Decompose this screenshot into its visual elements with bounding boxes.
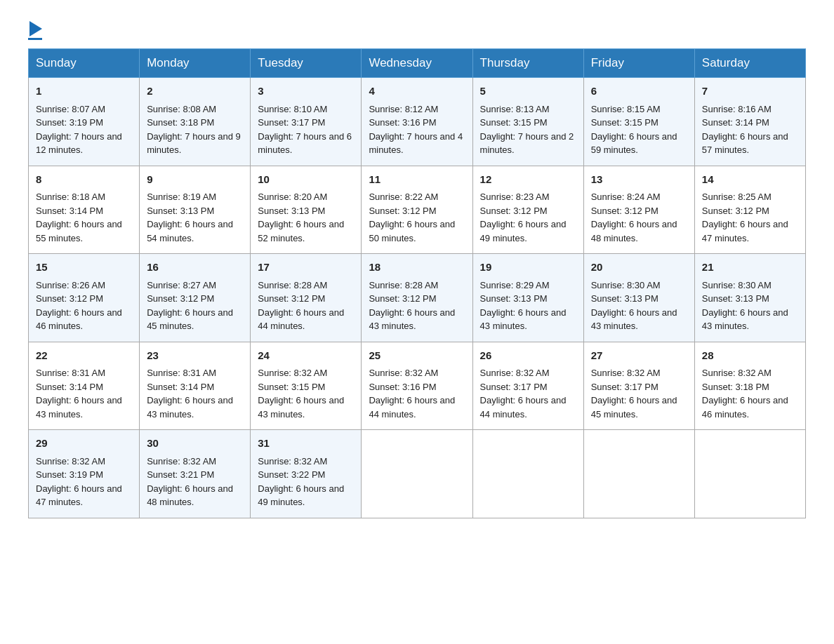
calendar-cell: 28Sunrise: 8:32 AMSunset: 3:18 PMDayligh… <box>694 342 805 430</box>
sunset-text: Sunset: 3:14 PM <box>147 382 214 392</box>
sunset-text: Sunset: 3:12 PM <box>36 293 103 304</box>
sunrise-text: Sunrise: 8:28 AM <box>258 280 327 290</box>
calendar-cell: 18Sunrise: 8:28 AMSunset: 3:12 PMDayligh… <box>362 254 472 342</box>
logo <box>28 21 42 40</box>
sunset-text: Sunset: 3:22 PM <box>258 469 325 480</box>
day-number: 26 <box>480 348 576 364</box>
sunrise-text: Sunrise: 8:13 AM <box>480 104 550 114</box>
day-number: 9 <box>147 172 243 188</box>
sunrise-text: Sunrise: 8:31 AM <box>36 368 105 378</box>
day-number: 13 <box>591 172 687 188</box>
daylight-text: Daylight: 6 hours and 48 minutes. <box>147 483 233 508</box>
calendar-week-row: 1Sunrise: 8:07 AMSunset: 3:19 PMDaylight… <box>29 78 806 166</box>
sunrise-text: Sunrise: 8:16 AM <box>702 104 772 114</box>
logo-triangle-icon <box>29 21 42 36</box>
calendar-cell: 4Sunrise: 8:12 AMSunset: 3:16 PMDaylight… <box>362 78 472 166</box>
daylight-text: Daylight: 6 hours and 43 minutes. <box>258 395 344 420</box>
calendar-cell: 7Sunrise: 8:16 AMSunset: 3:14 PMDaylight… <box>694 78 805 166</box>
day-number: 19 <box>480 260 576 276</box>
day-number: 29 <box>36 436 132 452</box>
sunrise-text: Sunrise: 8:19 AM <box>147 192 216 202</box>
calendar-table: SundayMondayTuesdayWednesdayThursdayFrid… <box>28 48 806 518</box>
sunset-text: Sunset: 3:12 PM <box>369 293 436 304</box>
calendar-week-row: 8Sunrise: 8:18 AMSunset: 3:14 PMDaylight… <box>29 166 806 254</box>
daylight-text: Daylight: 6 hours and 43 minutes. <box>36 395 122 420</box>
daylight-text: Daylight: 7 hours and 12 minutes. <box>36 131 122 156</box>
sunset-text: Sunset: 3:16 PM <box>369 117 436 128</box>
day-number: 30 <box>147 436 243 452</box>
day-number: 8 <box>36 172 132 188</box>
calendar-cell: 22Sunrise: 8:31 AMSunset: 3:14 PMDayligh… <box>29 342 140 430</box>
sunset-text: Sunset: 3:21 PM <box>147 469 214 480</box>
calendar-cell: 14Sunrise: 8:25 AMSunset: 3:12 PMDayligh… <box>694 166 805 254</box>
day-number: 16 <box>147 260 243 276</box>
calendar-cell: 11Sunrise: 8:22 AMSunset: 3:12 PMDayligh… <box>362 166 472 254</box>
day-number: 14 <box>702 172 798 188</box>
sunrise-text: Sunrise: 8:24 AM <box>591 192 661 202</box>
calendar-cell: 19Sunrise: 8:29 AMSunset: 3:13 PMDayligh… <box>472 254 583 342</box>
sunrise-text: Sunrise: 8:30 AM <box>591 280 661 290</box>
daylight-text: Daylight: 6 hours and 45 minutes. <box>147 307 233 332</box>
sunrise-text: Sunrise: 8:32 AM <box>369 368 438 378</box>
day-number: 10 <box>258 172 354 188</box>
calendar-cell: 20Sunrise: 8:30 AMSunset: 3:13 PMDayligh… <box>583 254 694 342</box>
sunrise-text: Sunrise: 8:32 AM <box>258 456 327 467</box>
day-number: 6 <box>591 83 687 100</box>
sunrise-text: Sunrise: 8:12 AM <box>369 104 438 114</box>
sunrise-text: Sunrise: 8:18 AM <box>36 192 105 202</box>
daylight-text: Daylight: 6 hours and 52 minutes. <box>258 219 344 243</box>
day-number: 12 <box>480 172 576 188</box>
day-number: 1 <box>36 83 132 100</box>
sunset-text: Sunset: 3:12 PM <box>591 206 658 216</box>
daylight-text: Daylight: 7 hours and 9 minutes. <box>147 131 241 156</box>
calendar-cell <box>472 430 583 518</box>
sunset-text: Sunset: 3:17 PM <box>591 382 658 392</box>
daylight-text: Daylight: 6 hours and 43 minutes. <box>591 307 677 332</box>
daylight-text: Daylight: 6 hours and 43 minutes. <box>702 307 788 332</box>
sunset-text: Sunset: 3:18 PM <box>702 382 769 392</box>
sunrise-text: Sunrise: 8:23 AM <box>480 192 550 202</box>
calendar-cell: 17Sunrise: 8:28 AMSunset: 3:12 PMDayligh… <box>251 254 362 342</box>
sunrise-text: Sunrise: 8:31 AM <box>147 368 216 378</box>
sunrise-text: Sunrise: 8:32 AM <box>258 368 327 378</box>
calendar-cell: 30Sunrise: 8:32 AMSunset: 3:21 PMDayligh… <box>140 430 251 518</box>
svg-marker-0 <box>29 21 42 36</box>
calendar-cell: 1Sunrise: 8:07 AMSunset: 3:19 PMDaylight… <box>29 78 140 166</box>
calendar-cell: 5Sunrise: 8:13 AMSunset: 3:15 PMDaylight… <box>472 78 583 166</box>
day-number: 31 <box>258 436 354 452</box>
calendar-cell: 15Sunrise: 8:26 AMSunset: 3:12 PMDayligh… <box>29 254 140 342</box>
calendar-cell: 27Sunrise: 8:32 AMSunset: 3:17 PMDayligh… <box>583 342 694 430</box>
calendar-cell: 21Sunrise: 8:30 AMSunset: 3:13 PMDayligh… <box>694 254 805 342</box>
calendar-cell <box>583 430 694 518</box>
day-number: 25 <box>369 348 465 364</box>
day-number: 17 <box>258 260 354 276</box>
day-number: 24 <box>258 348 354 364</box>
sunset-text: Sunset: 3:13 PM <box>258 206 325 216</box>
header-sunday: Sunday <box>29 49 140 78</box>
day-number: 21 <box>702 260 798 276</box>
day-number: 27 <box>591 348 687 364</box>
sunrise-text: Sunrise: 8:32 AM <box>591 368 661 378</box>
daylight-text: Daylight: 6 hours and 46 minutes. <box>36 307 122 332</box>
calendar-cell: 2Sunrise: 8:08 AMSunset: 3:18 PMDaylight… <box>140 78 251 166</box>
calendar-cell: 13Sunrise: 8:24 AMSunset: 3:12 PMDayligh… <box>583 166 694 254</box>
sunrise-text: Sunrise: 8:20 AM <box>258 192 327 202</box>
day-number: 28 <box>702 348 798 364</box>
calendar-week-row: 15Sunrise: 8:26 AMSunset: 3:12 PMDayligh… <box>29 254 806 342</box>
sunrise-text: Sunrise: 8:30 AM <box>702 280 772 290</box>
sunrise-text: Sunrise: 8:26 AM <box>36 280 105 290</box>
day-number: 23 <box>147 348 243 364</box>
daylight-text: Daylight: 6 hours and 43 minutes. <box>369 307 455 332</box>
sunrise-text: Sunrise: 8:15 AM <box>591 104 661 114</box>
daylight-text: Daylight: 6 hours and 44 minutes. <box>258 307 344 332</box>
sunset-text: Sunset: 3:17 PM <box>480 382 548 392</box>
sunrise-text: Sunrise: 8:28 AM <box>369 280 438 290</box>
sunset-text: Sunset: 3:19 PM <box>36 117 103 128</box>
page-header <box>28 21 806 40</box>
calendar-week-row: 22Sunrise: 8:31 AMSunset: 3:14 PMDayligh… <box>29 342 806 430</box>
sunset-text: Sunset: 3:15 PM <box>591 117 658 128</box>
sunset-text: Sunset: 3:13 PM <box>591 293 658 304</box>
day-number: 7 <box>702 83 798 100</box>
header-wednesday: Wednesday <box>362 49 472 78</box>
sunset-text: Sunset: 3:12 PM <box>258 293 325 304</box>
